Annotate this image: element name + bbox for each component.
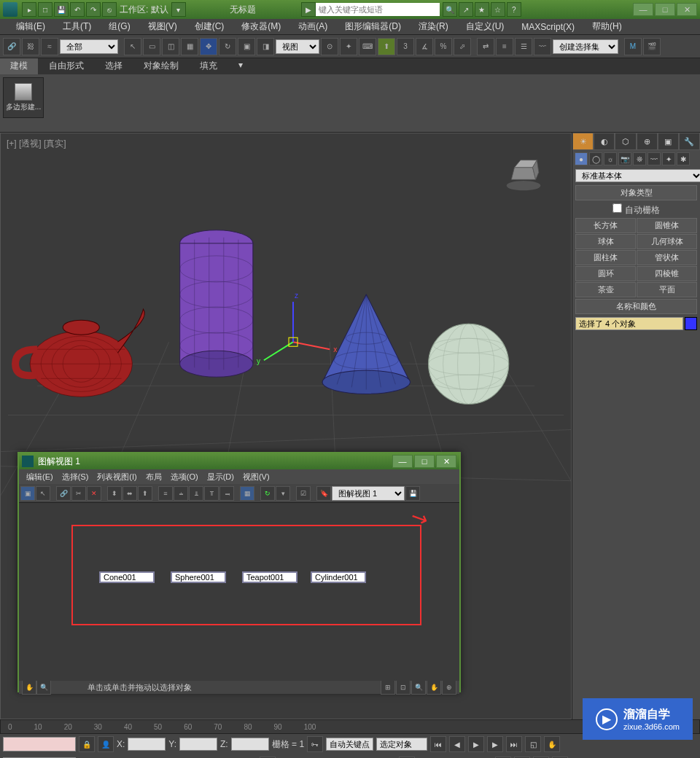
selected-label[interactable]: 选定对象 — [376, 738, 427, 751]
sw-link-icon[interactable]: 🔗 — [56, 486, 71, 501]
sw-menu-view[interactable]: 视图(V) — [238, 472, 274, 482]
poly-modeling-button[interactable]: 多边形建... — [3, 77, 44, 118]
menu-edit[interactable]: 编辑(E) — [7, 20, 54, 33]
save-icon[interactable]: 💾 — [54, 2, 69, 17]
sw-menu-layout[interactable]: 布局 — [141, 472, 166, 482]
schematic-close-button[interactable]: ✕ — [436, 455, 456, 468]
selection-filter[interactable]: 全部 — [60, 39, 118, 54]
node-sphere[interactable]: Sphere001 — [171, 571, 226, 583]
name-color-header[interactable]: 名称和颜色 — [575, 299, 697, 314]
selset-dropdown[interactable]: 创建选择集 — [553, 39, 618, 54]
menu-modifier[interactable]: 修改器(M) — [233, 20, 289, 33]
sw-grid-icon[interactable]: ▦ — [240, 486, 254, 501]
menu-help[interactable]: 帮助(H) — [583, 20, 631, 33]
next-frame-icon[interactable]: ▶ — [487, 736, 503, 752]
system-icon[interactable]: ✦ — [662, 152, 675, 165]
menu-animation[interactable]: 动画(A) — [289, 20, 336, 33]
sw-select-icon[interactable]: ▣ — [20, 486, 35, 501]
sw-refresh-icon[interactable]: ↻ — [260, 486, 275, 501]
ribbon-tab-modeling[interactable]: 建模 — [0, 58, 39, 74]
snap-icon[interactable]: ⬆ — [378, 38, 395, 55]
autogrid-checkbox[interactable] — [612, 203, 622, 213]
align-icon[interactable]: ≡ — [496, 38, 513, 55]
play-icon[interactable]: ▶ — [468, 736, 484, 752]
torus-button[interactable]: 圆环 — [575, 266, 636, 281]
help-icon[interactable]: ? — [507, 2, 521, 17]
placement-tool-icon[interactable]: ◨ — [257, 38, 274, 55]
sys-tab-icon[interactable]: ⬡ — [615, 133, 636, 150]
sw-zoom-icon[interactable]: 🔍 — [36, 680, 51, 695]
key-icon[interactable]: 🗝 — [307, 736, 323, 752]
unlink-tool-icon[interactable]: ⛓ — [22, 38, 39, 55]
schematic-max-button[interactable]: □ — [414, 455, 435, 468]
sw-a2-icon[interactable]: ⫨ — [174, 486, 188, 501]
select-name-icon[interactable]: ▭ — [143, 38, 160, 55]
node-teapot[interactable]: Teapot001 — [242, 571, 298, 583]
sw-pref-icon[interactable]: ☑ — [296, 486, 311, 501]
helper-tab-icon[interactable]: ⊕ — [637, 133, 658, 150]
minimize-button[interactable]: — — [633, 3, 653, 16]
schematic-titlebar[interactable]: 图解视图 1 — □ ✕ — [19, 453, 459, 469]
sw-unlink-icon[interactable]: ✂ — [71, 486, 86, 501]
more-icon[interactable]: ✱ — [677, 152, 690, 165]
helper2-icon[interactable]: ❊ — [633, 152, 646, 165]
menu-group[interactable]: 组(G) — [100, 20, 139, 33]
node-cylinder[interactable]: Cylinder001 — [311, 571, 366, 583]
next-key-icon[interactable]: ⏭ — [506, 736, 522, 752]
maximize-button[interactable]: □ — [655, 3, 675, 16]
ribbon-collapse-icon[interactable]: ▾ — [228, 58, 254, 74]
box-button[interactable]: 长方体 — [575, 218, 636, 233]
render-setup-icon[interactable]: 🎬 — [643, 38, 661, 55]
node-cone[interactable]: Cone001 — [99, 571, 155, 583]
sw-h1-icon[interactable]: ⬍ — [107, 486, 122, 501]
refcoord-dropdown[interactable]: 视图 — [276, 39, 319, 54]
bind-tool-icon[interactable]: ≈ — [41, 38, 58, 55]
sw-menu-select[interactable]: 选择(S) — [58, 472, 93, 482]
sw-menu-list[interactable]: 列表视图(I) — [93, 472, 141, 482]
sw-bookmark-icon[interactable]: 🔖 — [316, 486, 331, 501]
x-input[interactable] — [128, 738, 166, 751]
binocular-icon[interactable]: 🔍 — [443, 2, 457, 17]
new-icon[interactable]: □ — [38, 2, 52, 17]
z-input[interactable] — [231, 738, 269, 751]
arrow-icon[interactable]: ↗ — [459, 2, 473, 17]
schematic-window[interactable]: 图解视图 1 — □ ✕ 编辑(E) 选择(S) 列表视图(I) 布局 选项(O… — [18, 452, 461, 692]
viewport-label[interactable]: [+] [透视] [真实] — [7, 138, 66, 150]
sw-delete-icon[interactable]: ✕ — [87, 486, 101, 501]
vp-pan-icon[interactable]: ✋ — [544, 736, 560, 752]
primitive-dropdown[interactable]: 标准基本体 — [575, 169, 700, 182]
object-type-header[interactable]: 对象类型 — [575, 185, 697, 200]
menu-render[interactable]: 渲染(R) — [410, 20, 457, 33]
move-tool-icon[interactable]: ✥ — [200, 38, 217, 55]
sw-nav3-icon[interactable]: 🔍 — [411, 680, 426, 695]
menu-maxscript[interactable]: MAXScript(X) — [513, 22, 583, 32]
vp-max-icon[interactable]: ◱ — [525, 736, 541, 752]
ribbon-tab-select[interactable]: 选择 — [95, 58, 133, 74]
sw-nav5-icon[interactable]: ⊕ — [442, 680, 456, 695]
redo-icon[interactable]: ↷ — [86, 2, 101, 17]
teapot-button[interactable]: 茶壶 — [575, 282, 636, 297]
object-name-input[interactable] — [575, 317, 683, 330]
y-input[interactable] — [179, 738, 217, 751]
schematic-canvas[interactable]: ↘ Cone001 Sphere001 Teapot001 Cylinder00… — [19, 503, 459, 681]
plane-button[interactable]: 平面 — [637, 282, 697, 297]
link-icon[interactable]: ⎋ — [102, 2, 117, 17]
link-tool-icon[interactable]: 🔗 — [3, 38, 20, 55]
geometry-icon[interactable]: ● — [575, 152, 588, 165]
geosphere-button[interactable]: 几何球体 — [637, 234, 697, 249]
curve-icon[interactable]: 〰 — [534, 38, 551, 55]
star-icon[interactable]: ★ — [475, 2, 489, 17]
prev-frame-icon[interactable]: ◀ — [449, 736, 465, 752]
sw-menu-display[interactable]: 显示(D) — [203, 472, 238, 482]
sw-menu-edit[interactable]: 编辑(E) — [22, 472, 58, 482]
sw-nav4-icon[interactable]: ✋ — [427, 680, 441, 695]
keymode-icon[interactable]: ⌨ — [359, 38, 376, 55]
ribbon-tab-objpaint[interactable]: 对象绘制 — [133, 58, 190, 74]
util-tab-icon[interactable]: 🔧 — [679, 133, 700, 150]
manip-icon[interactable]: ✦ — [340, 38, 357, 55]
sw-collapse-icon[interactable]: ▾ — [276, 486, 290, 501]
menu-graph[interactable]: 图形编辑器(D) — [336, 20, 410, 33]
sw-a3-icon[interactable]: ⫫ — [189, 486, 203, 501]
workspace-dropdown-icon[interactable]: ▾ — [171, 2, 186, 17]
sw-arrow-icon[interactable]: ↖ — [36, 486, 50, 501]
